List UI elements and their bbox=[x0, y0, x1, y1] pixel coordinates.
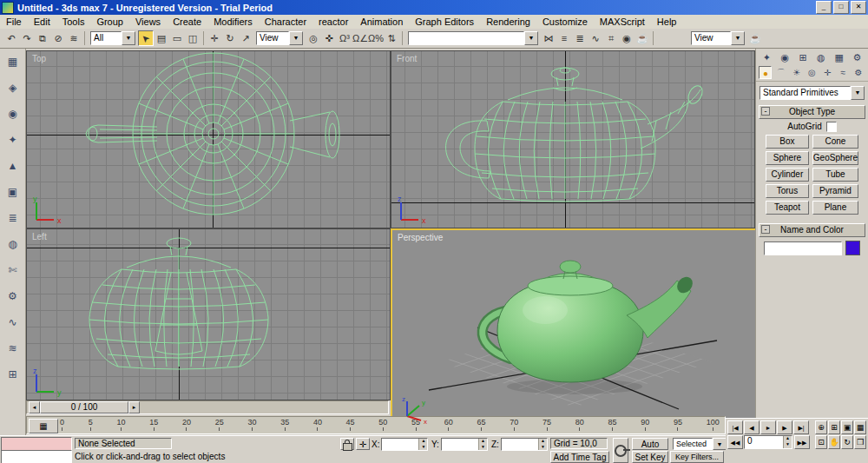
viewport-top[interactable]: Top x bbox=[26, 50, 391, 228]
add-time-tag-button[interactable]: Add Time Tag bbox=[550, 451, 609, 463]
key-mode-dropdown[interactable]: Selected ▼ bbox=[673, 438, 727, 450]
menu-item[interactable]: reactor bbox=[312, 16, 354, 28]
primitive-button[interactable]: GeoSphere bbox=[812, 151, 858, 165]
viewport-nav-button[interactable]: ▣ bbox=[841, 420, 853, 434]
menu-item[interactable]: Views bbox=[129, 16, 167, 28]
reactor-toolbar-icon[interactable]: ≣ bbox=[4, 210, 22, 226]
selection-filter-dropdown[interactable]: All ▼ bbox=[90, 31, 135, 45]
named-selection-sets-dropdown[interactable]: ▼ bbox=[408, 31, 538, 45]
select-object-button[interactable]: ➤ bbox=[138, 30, 154, 46]
reactor-toolbar-icon[interactable]: ▣ bbox=[4, 184, 22, 200]
toolbar-icon[interactable]: ≡ bbox=[556, 30, 572, 46]
y-coordinate-field[interactable]: ▲▼ bbox=[441, 438, 488, 451]
absolute-offset-toggle[interactable]: ✛ bbox=[356, 438, 370, 450]
toolbar-icon[interactable]: Ω∠ bbox=[352, 30, 368, 46]
create-category-icon[interactable]: ☀ bbox=[790, 66, 803, 79]
reactor-toolbar-icon[interactable]: ◍ bbox=[4, 236, 22, 252]
chevron-down-icon[interactable]: ▼ bbox=[524, 31, 538, 45]
toolbar-icon[interactable]: ∿ bbox=[588, 30, 603, 46]
toolbar-icon[interactable]: ☕ bbox=[635, 30, 650, 46]
spinner[interactable]: ▲▼ bbox=[538, 439, 547, 450]
reactor-toolbar-icon[interactable]: ≋ bbox=[4, 341, 22, 356]
viewport-nav-button[interactable]: ⊞ bbox=[828, 420, 840, 434]
reactor-toolbar-icon[interactable]: ◉ bbox=[4, 106, 22, 122]
chevron-down-icon[interactable]: ▼ bbox=[713, 438, 727, 450]
object-type-rollout-header[interactable]: - Object Type bbox=[759, 105, 865, 119]
current-frame-field[interactable]: 0 ▲▼ bbox=[744, 435, 792, 449]
menu-item[interactable]: Create bbox=[167, 16, 207, 28]
name-and-color-rollout-header[interactable]: - Name and Color bbox=[759, 223, 865, 237]
toolbar-icon[interactable]: ≋ bbox=[66, 30, 82, 46]
primitive-button[interactable]: Cylinder bbox=[766, 168, 809, 182]
viewport-nav-button[interactable]: ⊕ bbox=[815, 420, 827, 434]
command-panel-tab-icon[interactable]: ⚙ bbox=[850, 50, 865, 64]
previous-key-button[interactable]: ◀◀ bbox=[727, 435, 743, 449]
create-category-icon[interactable]: ✛ bbox=[821, 66, 834, 79]
toolbar-icon[interactable]: ⧉ bbox=[35, 30, 50, 46]
toolbar-icon[interactable]: ≣ bbox=[572, 30, 588, 46]
select-scale-button[interactable]: ↗ bbox=[238, 30, 253, 46]
command-panel-tab-icon[interactable]: ▦ bbox=[832, 50, 846, 64]
primitive-button[interactable]: Sphere bbox=[766, 151, 809, 165]
primitive-button[interactable]: Pyramid bbox=[812, 184, 858, 198]
primitive-button[interactable]: Box bbox=[766, 135, 809, 149]
menu-item[interactable]: Customize bbox=[536, 16, 594, 28]
toolbar-icon[interactable]: Ω% bbox=[368, 30, 384, 46]
reactor-toolbar-icon[interactable]: ▲ bbox=[4, 158, 22, 174]
reactor-toolbar-icon[interactable]: ✄ bbox=[4, 262, 22, 278]
menu-item[interactable]: Tools bbox=[56, 16, 91, 28]
toolbar-icon[interactable]: ▭ bbox=[169, 30, 185, 46]
primitive-button[interactable]: Cone bbox=[812, 135, 858, 149]
toolbar-icon[interactable]: ⊘ bbox=[50, 30, 66, 46]
auto-key-button[interactable]: Auto Key bbox=[632, 438, 668, 450]
playback-button[interactable]: ▶ bbox=[777, 420, 792, 434]
viewport-nav-button[interactable]: ✋ bbox=[828, 435, 840, 449]
spinner[interactable]: ▲▼ bbox=[783, 436, 792, 448]
toolbar-icon[interactable]: ◎ bbox=[306, 30, 321, 46]
minimize-button[interactable]: _ bbox=[816, 1, 832, 14]
create-category-icon[interactable]: ⌒ bbox=[774, 66, 787, 79]
lock-selection-toggle[interactable] bbox=[340, 438, 354, 450]
create-category-icon[interactable]: ⚙ bbox=[852, 66, 865, 79]
primitive-button[interactable]: Plane bbox=[812, 201, 858, 215]
reactor-toolbar-icon[interactable]: ◈ bbox=[4, 80, 22, 96]
command-panel-tab-icon[interactable]: ✦ bbox=[760, 50, 774, 64]
viewport-label[interactable]: Front bbox=[397, 54, 417, 63]
playback-button[interactable]: ▶| bbox=[793, 420, 809, 434]
playback-button[interactable]: ► bbox=[760, 420, 776, 434]
collapse-icon[interactable]: - bbox=[761, 225, 770, 234]
collapse-icon[interactable]: - bbox=[761, 107, 770, 116]
x-coordinate-field[interactable]: ▲▼ bbox=[381, 438, 428, 451]
viewport-nav-button[interactable]: ↻ bbox=[841, 435, 853, 449]
reactor-toolbar-icon[interactable]: ∿ bbox=[4, 314, 22, 330]
primitive-button[interactable]: Tube bbox=[812, 168, 858, 182]
select-move-button[interactable]: ✛ bbox=[207, 30, 222, 46]
z-coordinate-field[interactable]: ▲▼ bbox=[501, 438, 548, 451]
toolbar-icon[interactable]: ⇅ bbox=[384, 30, 399, 46]
viewport-nav-button[interactable]: ❒ bbox=[854, 435, 866, 449]
menu-item[interactable]: Graph Editors bbox=[409, 16, 480, 28]
primitive-button[interactable]: Torus bbox=[766, 184, 809, 198]
viewport-label[interactable]: Left bbox=[32, 232, 47, 241]
object-color-swatch[interactable] bbox=[845, 241, 860, 255]
toolbar-icon[interactable]: ▤ bbox=[154, 30, 169, 46]
reactor-toolbar-icon[interactable]: ✦ bbox=[4, 132, 22, 148]
track-bar[interactable]: ▦ 05101520253035404550556065707580859095… bbox=[26, 416, 726, 434]
create-category-icon[interactable]: ● bbox=[759, 66, 772, 79]
key-filters-button[interactable]: Key Filters... bbox=[670, 451, 724, 463]
set-keys-button[interactable] bbox=[613, 438, 628, 463]
time-slider-handle[interactable]: 0 / 100 bbox=[40, 401, 128, 413]
reactor-toolbar-icon[interactable]: ⊞ bbox=[4, 367, 22, 382]
render-type-dropdown[interactable]: View ▼ bbox=[691, 31, 745, 45]
reactor-toolbar-icon[interactable]: ⚙ bbox=[4, 288, 22, 304]
create-category-icon[interactable]: ≈ bbox=[837, 66, 850, 79]
next-key-button[interactable]: ▶▶ bbox=[794, 435, 810, 449]
command-panel-tab-icon[interactable]: ◍ bbox=[813, 50, 828, 64]
chevron-down-icon[interactable]: ▼ bbox=[851, 86, 865, 100]
toolbar-icon[interactable]: ◉ bbox=[619, 30, 635, 46]
reactor-toolbar-icon[interactable]: ▦ bbox=[4, 54, 22, 69]
primitive-category-dropdown[interactable]: Standard Primitives ▼ bbox=[760, 86, 865, 100]
toolbar-icon[interactable]: ⋈ bbox=[541, 30, 556, 46]
toolbar-icon[interactable]: ↶ bbox=[3, 30, 19, 46]
toolbar-icon[interactable]: ⌗ bbox=[603, 30, 619, 46]
